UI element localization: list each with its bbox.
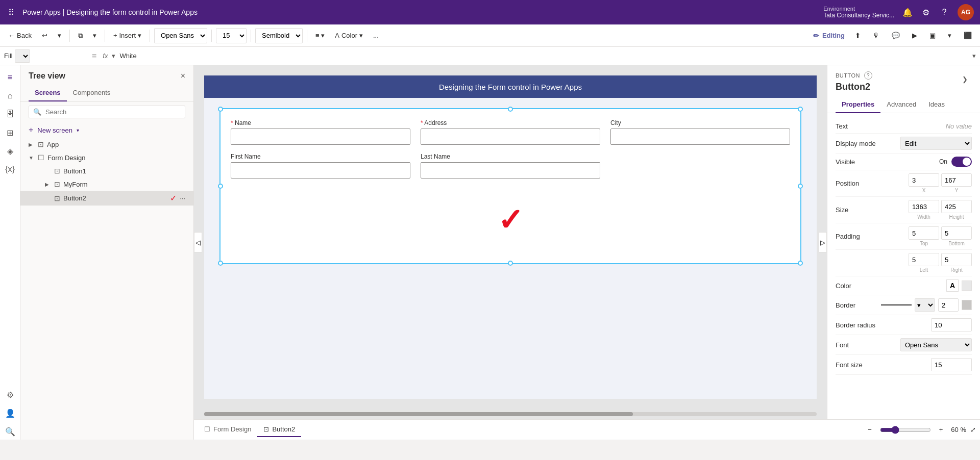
prop-pad-bottom-input[interactable] [941,226,972,240]
tree-item-myform[interactable]: ▶ ⊡ MyForm [20,177,193,191]
more-icon[interactable]: ··· [180,194,185,202]
divider5 [251,30,251,42]
sidebar-icon-search[interactable]: 🔍 [2,423,18,440]
play-button[interactable]: ▶ [908,28,921,44]
field-firstname-input[interactable] [231,162,410,178]
handle-top-left[interactable] [218,107,223,112]
font-family-select[interactable]: Open Sans [154,28,207,43]
formula-input[interactable] [119,49,968,63]
settings-icon[interactable]: ⚙ [921,7,931,17]
handle-bottom-right[interactable] [798,261,803,266]
field-address-input[interactable] [421,129,600,145]
prop-display-mode-select[interactable]: Edit [900,137,972,150]
sidebar-icon-data[interactable]: 🗄 [2,106,18,122]
more-button[interactable]: ... [369,28,383,44]
tree-item-button1[interactable]: ⊡ Button1 [20,164,193,177]
field-city-input[interactable] [610,129,790,145]
canvas-selected-button2[interactable]: Name Address City [219,108,801,264]
sidebar-icon-user[interactable]: 👤 [2,405,18,421]
handle-middle-right[interactable] [798,184,803,189]
tab-advanced[interactable]: Advanced [880,96,922,113]
notification-icon[interactable]: 🔔 [902,7,913,17]
copy-button[interactable]: ⧉ [74,28,87,44]
tab-screens[interactable]: Screens [29,85,67,101]
handle-top-right[interactable] [798,107,803,112]
prop-position-x-input[interactable] [909,173,939,187]
handle-bottom-middle[interactable] [508,261,513,266]
color-button[interactable]: A Color ▾ [331,28,367,44]
field-lastname-input[interactable] [421,162,600,178]
insert-button[interactable]: + Insert ▾ [109,28,145,44]
sidebar-icon-components[interactable]: ⊞ [2,124,18,141]
sidebar-icon-settings[interactable]: ⚙ [2,387,18,403]
sidebar-icon-code[interactable]: {x} [2,161,18,177]
font-size-select[interactable]: 15 [216,28,247,43]
avatar[interactable]: AG [958,4,974,20]
formula-expand-icon[interactable]: ▾ [972,52,976,60]
prop-bottom-label: Bottom [948,241,965,246]
bottom-tab-button2[interactable]: ⊡ Button2 [257,422,301,437]
canvas-scroll-thumb[interactable] [204,412,633,416]
publish-button[interactable]: ⬛ [960,28,976,44]
tab-properties[interactable]: Properties [836,96,880,113]
prop-font-size-input[interactable] [931,358,972,371]
help-icon[interactable]: ? [939,7,949,17]
new-screen-button[interactable]: + New screen ▾ [20,122,193,138]
prop-border-radius-input[interactable] [931,318,972,331]
undo-dropdown[interactable]: ▾ [54,28,65,44]
zoom-expand-icon[interactable]: ⤢ [970,426,976,433]
prop-visible-on-label: On [939,158,947,165]
prop-pad-right-input[interactable] [941,253,972,266]
tree-item-button2[interactable]: ⊡ Button2 ✓ ··· [20,191,193,206]
field-name: Name [231,119,410,145]
sidebar-icon-tree[interactable]: ≡ [2,69,18,86]
app-view-button[interactable]: ▣ [925,28,940,44]
canvas-horizontal-scrollbar[interactable] [204,412,817,416]
back-button[interactable]: ← Back [4,28,36,44]
zoom-plus-button[interactable]: + [935,422,947,438]
prop-visible-toggle[interactable] [951,157,972,167]
prop-size-height-input[interactable] [941,200,972,213]
prop-color-swatch[interactable] [962,280,972,291]
zoom-minus-button[interactable]: − [864,422,876,438]
handle-middle-left[interactable] [218,184,223,189]
tree-close-button[interactable]: × [181,71,185,81]
sidebar-icon-home[interactable]: ⌂ [2,88,18,104]
prop-border-size-input[interactable] [938,298,959,312]
waffle-icon[interactable]: ⠿ [6,7,16,17]
tree-item-app[interactable]: ▶ ⊡ App [20,138,193,151]
prop-font-select[interactable]: Open Sans [900,338,972,351]
handle-bottom-left[interactable] [218,261,223,266]
component-name: Button2 [836,82,872,92]
tab-components[interactable]: Components [67,85,117,101]
search-input[interactable] [45,108,181,116]
mic-button[interactable]: 🎙 [869,28,884,44]
fill-dropdown[interactable] [15,49,30,63]
bottom-tab-form-design[interactable]: ☐ Form Design [198,422,257,437]
prop-pad-left-input[interactable] [909,253,939,266]
type-help-icon[interactable]: ? [864,71,872,80]
prop-size-width-input[interactable] [909,200,939,213]
tree-item-form-design[interactable]: ▼ ☐ Form Design [20,151,193,164]
right-panel-collapse-button[interactable]: ❯ [958,71,972,87]
prop-border-color-swatch[interactable] [962,300,972,310]
undo-button[interactable]: ↩ [38,28,52,44]
zoom-slider[interactable] [880,426,931,434]
canvas-scroll-left[interactable]: ◁ [194,232,202,252]
field-name-input[interactable] [231,129,410,145]
share-button[interactable]: ⬆ [851,28,865,44]
handle-top-middle[interactable] [508,107,513,112]
prop-position-y-input[interactable] [941,173,972,187]
sidebar-icon-media[interactable]: ◈ [2,143,18,159]
prop-pad-top-input[interactable] [909,226,939,240]
font-weight-select[interactable]: Semibold [255,28,303,43]
prop-border-style-select[interactable]: ▾ [915,298,935,312]
view-dropdown[interactable]: ▾ [944,28,955,44]
comment-button[interactable]: 💬 [888,28,904,44]
left-icon-bar: ≡ ⌂ 🗄 ⊞ ◈ {x} ⚙ 👤 🔍 [0,65,20,440]
copy-dropdown[interactable]: ▾ [89,28,101,44]
prop-color-text-icon[interactable]: A [946,279,959,292]
tab-ideas[interactable]: Ideas [922,96,951,113]
canvas-scroll-right[interactable]: ▷ [819,232,827,252]
align-button[interactable]: ≡ ▾ [311,28,329,44]
